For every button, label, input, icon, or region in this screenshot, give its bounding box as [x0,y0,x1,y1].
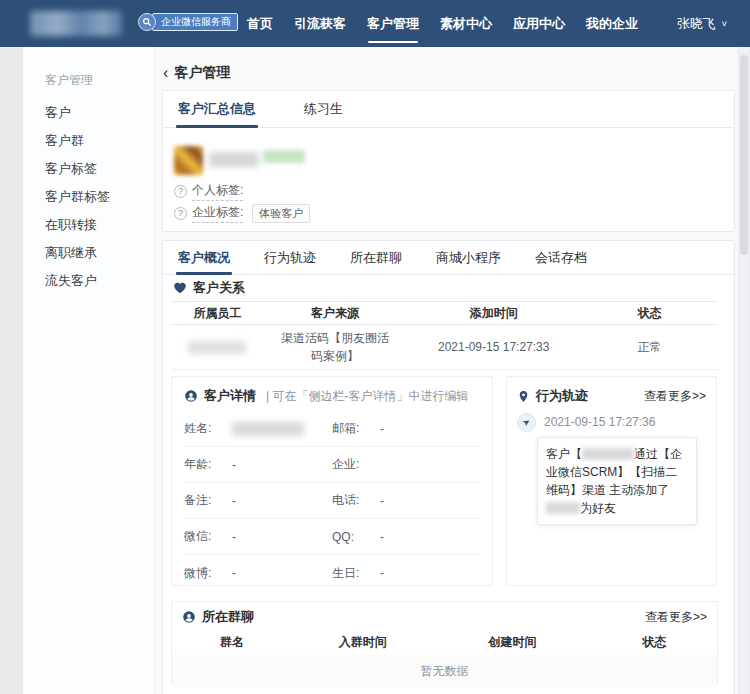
customer-summary-card: 客户汇总信息 练习生 ? 个人标签: ? 企业标签: 体验客户 [162,90,735,232]
help-icon[interactable]: ? [174,185,187,198]
col-status: 状态 [581,305,718,322]
sidebar-item-customers[interactable]: 客户 [45,104,71,122]
track-view-more-link[interactable]: 查看更多>> [644,388,706,405]
field-label-phone: 电话: [332,492,368,509]
track-title-text: 行为轨迹 [536,387,588,405]
col-added-time: 添加时间 [406,305,581,322]
tab-chat-archive[interactable]: 会话存档 [533,241,589,274]
field-label-wechat: 微信: [184,528,220,545]
detail-panel-title: 客户详情 | 可在「侧边栏-客户详情」中进行编辑 [184,387,480,405]
person-circle-icon [184,389,198,403]
nav-item-my-enterprise[interactable]: 我的企业 [586,15,638,33]
nav-item-material-center[interactable]: 素材中心 [440,15,492,33]
relation-section-title: 客户关系 [173,279,245,297]
scrollbar-thumb[interactable] [740,55,748,255]
user-name: 张晓飞 [677,15,716,33]
map-pin-icon [517,390,530,403]
service-provider-badge-label: 企业微信服务商 [152,13,238,31]
relation-table-header: 所属员工 客户来源 添加时间 状态 [171,301,718,325]
relation-table: 所属员工 客户来源 添加时间 状态 渠道活码【朋友圈活码案例】 2021-09-… [171,301,718,370]
tab-trainee[interactable]: 练习生 [302,91,345,127]
sidebar-item-group-tags[interactable]: 客户群标签 [45,188,110,206]
field-value-weibo: - [232,566,236,580]
blurred-avatar [174,146,203,175]
summary-tabbar: 客户汇总信息 练习生 [163,91,734,128]
relation-table-row: 渠道活码【朋友圈活码案例】 2021-09-15 17:27:33 正常 [171,325,718,370]
blurred-logo [30,11,122,36]
field-value-phone: - [380,494,384,508]
detail-tabbar: 客户概况 行为轨迹 所在群聊 商城小程序 会话存档 [163,241,734,275]
added-time-value: 2021-09-15 17:27:33 [406,340,581,354]
customer-detail-card: 客户概况 行为轨迹 所在群聊 商城小程序 会话存档 客户关系 所属员工 客户来源… [162,240,735,694]
sidebar-item-customer-tags[interactable]: 客户标签 [45,160,97,178]
col-group-status: 状态 [592,634,717,651]
sidebar-item-onjob-transfer[interactable]: 在职转接 [45,216,97,234]
col-customer-source: 客户来源 [264,305,406,322]
search-icon [138,13,156,31]
track-timeline-item: ➤ 2021-09-15 17:27:36 客户【通过【企业微信SCRM】【扫描… [517,415,706,525]
status-value: 正常 [581,339,718,356]
service-provider-badge: 企业微信服务商 [138,13,238,31]
detail-edit-hint: | 可在「侧边栏-客户详情」中进行编辑 [266,388,468,405]
personal-tag-label: 个人标签: [192,182,243,201]
enterprise-tag-label: 企业标签: [192,204,243,223]
field-value-email: - [380,422,384,436]
field-label-email: 邮箱: [332,420,368,437]
breadcrumb[interactable]: ‹ 客户管理 [163,64,230,82]
blurred-employee-name [188,341,246,354]
nav-item-home[interactable]: 首页 [247,15,273,33]
back-chevron-icon[interactable]: ‹ [163,65,168,81]
paper-plane-icon: ➤ [517,413,536,432]
field-value-remark: - [232,494,236,508]
nav-item-customer-management[interactable]: 客户管理 [367,15,419,33]
sidebar-item-resign-inherit[interactable]: 离职继承 [45,244,97,262]
blurred-customer-name [209,152,259,167]
main-nav: 首页 引流获客 客户管理 素材中心 应用中心 我的企业 [247,0,638,47]
blurred-green-tag [263,150,305,163]
col-create-time: 创建时间 [434,634,592,651]
col-join-time: 入群时间 [292,634,434,651]
blurred-customer-name-inline [582,448,634,460]
track-timestamp: 2021-09-15 17:27:36 [544,415,706,429]
sidebar-item-customer-groups[interactable]: 客户群 [45,132,84,150]
nav-item-acquisition[interactable]: 引流获客 [294,15,346,33]
field-label-company: 企业: [332,456,368,473]
col-group-name: 群名 [172,634,292,651]
tab-mall-miniprogram[interactable]: 商城小程序 [434,241,503,274]
groups-empty-state: 暂无数据 [172,655,717,688]
help-icon[interactable]: ? [174,207,187,220]
sidebar: 客户管理 客户 客户群 客户标签 客户群标签 在职转接 离职继承 流失客户 [23,47,155,694]
tab-customer-summary[interactable]: 客户汇总信息 [176,91,258,127]
groups-panel-title: 所在群聊 [182,608,254,626]
field-value-qq: - [380,530,384,544]
groups-view-more-link[interactable]: 查看更多>> [645,609,707,626]
person-circle-icon [182,610,196,624]
heart-icon [173,281,187,295]
track-panel-title: 行为轨迹 [517,387,588,405]
tab-customer-overview[interactable]: 客户概况 [176,241,232,274]
track-msg-part1: 客户【 [546,447,582,461]
groups-title-text: 所在群聊 [202,608,254,626]
sidebar-item-lost-customers[interactable]: 流失客户 [45,272,97,290]
tab-behavior-track[interactable]: 行为轨迹 [262,241,318,274]
scrollbar[interactable] [739,47,749,694]
field-value-age: - [232,458,236,472]
tab-group-chats[interactable]: 所在群聊 [348,241,404,274]
nav-item-app-center[interactable]: 应用中心 [513,15,565,33]
sidebar-section-title: 客户管理 [45,72,93,89]
groups-table-header: 群名 入群时间 创建时间 状态 [172,630,717,654]
field-label-birthday: 生日: [332,565,368,582]
relation-title-text: 客户关系 [193,279,245,297]
customer-detail-panel: 客户详情 | 可在「侧边栏-客户详情」中进行编辑 姓名: 邮箱:- 年龄:- 企… [171,376,493,586]
customer-source-value: 渠道活码【朋友圈活码案例】 [280,329,390,365]
field-value-birthday: - [380,566,384,580]
field-label-remark: 备注: [184,492,220,509]
behavior-track-panel: 行为轨迹 查看更多>> ➤ 2021-09-15 17:27:36 客户【通过【… [506,376,717,586]
user-menu[interactable]: 张晓飞 ∨ [677,0,728,47]
breadcrumb-label: 客户管理 [174,64,230,82]
detail-fields: 姓名: 邮箱:- 年龄:- 企业: 备注:- 电话:- 微信:- QQ:- 微博… [184,411,480,591]
field-label-age: 年龄: [184,456,220,473]
personal-tag-row: ? 个人标签: [174,182,243,201]
detail-title-text: 客户详情 [204,387,256,405]
top-navbar: 企业微信服务商 首页 引流获客 客户管理 素材中心 应用中心 我的企业 张晓飞 … [0,0,750,47]
